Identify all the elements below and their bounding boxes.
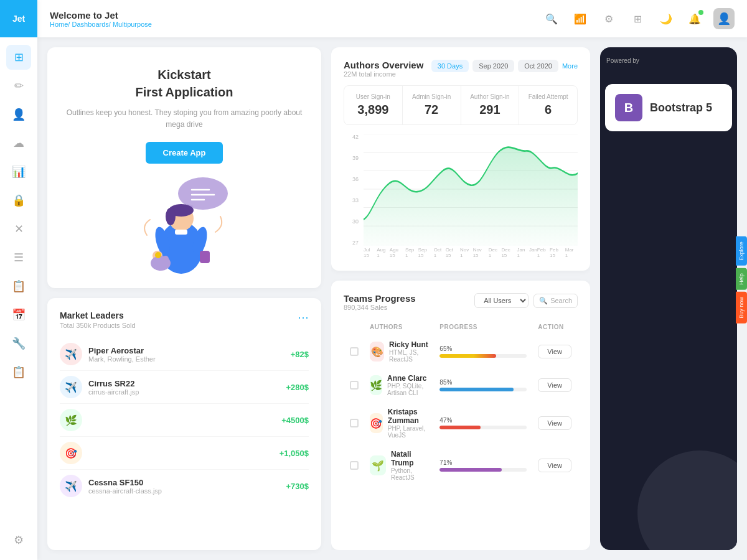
sidebar-item-list[interactable]: 📋: [6, 360, 31, 385]
market-item: ✈️ Cirrus SR22 cirrus-aircraft.jsp +280$: [60, 371, 309, 404]
moon-icon[interactable]: 🌙: [656, 9, 676, 29]
progress-wrap: 47%: [439, 417, 527, 429]
view-button[interactable]: View: [538, 345, 571, 358]
create-app-button[interactable]: Create App: [146, 142, 223, 164]
row-checkbox[interactable]: [350, 461, 359, 470]
row-checkbox-cell: [345, 335, 364, 368]
cirrus-info: Cirrus SR22 cirrus-aircraft.jsp: [88, 379, 286, 396]
y-label-27: 27: [344, 240, 361, 246]
author-cell: 🌱 Natali Trump Python, ReactJS: [365, 445, 433, 486]
author-info: 🎯 Kristaps Zumman PHP, Laravel, VueJS: [370, 408, 428, 439]
cirrus-sub: cirrus-aircraft.jsp: [88, 388, 286, 396]
search-icon[interactable]: 🔍: [542, 9, 561, 29]
tab-30days[interactable]: 30 Days: [431, 60, 469, 72]
x-label: Sep 1: [405, 247, 418, 258]
settings-icon[interactable]: ⚙: [599, 9, 619, 29]
market-item: ✈️ Piper Aerostar Mark, Rowling, Esther …: [60, 338, 309, 371]
avatar[interactable]: 👤: [713, 8, 735, 29]
notification-icon[interactable]: 🔔: [685, 9, 705, 29]
row-checkbox[interactable]: [350, 381, 359, 390]
cessna-info: Cessna SF150 cessna-aircraft-class.jsp: [88, 478, 286, 495]
filter-select[interactable]: All Users: [474, 293, 529, 308]
sidebar-item-chart[interactable]: 📊: [6, 159, 31, 184]
authors-overview-header: Authors Overview 22M total income 30 Day…: [344, 60, 578, 78]
x-label: Feb 15: [550, 247, 565, 258]
tab-sep2020[interactable]: Sep 2020: [472, 60, 514, 72]
view-button[interactable]: View: [538, 416, 571, 430]
grid-icon[interactable]: ⊞: [627, 9, 647, 29]
tab-oct2020[interactable]: Oct 2020: [518, 60, 558, 72]
y-label-39: 39: [344, 155, 361, 161]
tab-group: 30 Days Sep 2020 Oct 2020 More: [431, 60, 578, 72]
row-checkbox[interactable]: [350, 347, 359, 356]
row-checkbox-cell: [345, 445, 364, 486]
sidebar-item-lock[interactable]: 🔒: [6, 188, 31, 213]
teams-table: AUTHORS PROGRESS ACTION 🎨: [344, 319, 578, 487]
line-chart-svg: [364, 134, 578, 246]
svg-rect-14: [200, 251, 210, 263]
authors-title: Authors Overview: [344, 60, 423, 70]
x-label: Feb 1: [537, 247, 550, 258]
author-info: 🎨 Ricky Hunt HTML, JS, ReactJS: [370, 340, 428, 363]
breadcrumb: Home/ Dashboards/ Multipurpose: [50, 21, 152, 28]
svg-point-17: [155, 252, 161, 258]
breadcrumb-home[interactable]: Home/: [50, 21, 70, 28]
progress-bar-bg: [439, 426, 527, 429]
sidebar-item-edit[interactable]: ✏: [6, 73, 31, 98]
author-avatar: 🌿: [370, 375, 382, 395]
item3-logo: 🌿: [60, 409, 82, 431]
sidebar-logo[interactable]: Jet: [0, 0, 37, 37]
help-label[interactable]: Help: [736, 268, 737, 290]
header-left: Welcome to Jet Home/ Dashboards/ Multipu…: [50, 10, 152, 28]
view-button[interactable]: View: [538, 459, 571, 472]
progress-bar-fill: [439, 426, 481, 429]
sidebar: Jet ⊞ ✏ 👤 ☁ 📊 🔒 ✕ ☰ 📋 📅 🔧 📋 ⚙: [0, 0, 37, 560]
progress-bar-bg: [439, 388, 527, 391]
breadcrumb-dashboards[interactable]: Dashboards/: [72, 21, 110, 28]
tab-more[interactable]: More: [562, 62, 578, 70]
author-info: 🌿 Anne Clarc PHP, SQLite, Artisan CLI: [370, 374, 428, 396]
view-button[interactable]: View: [538, 378, 571, 392]
y-label-36: 36: [344, 176, 361, 182]
teams-title: Teams Progress: [344, 293, 416, 304]
author-avatar: 🎯: [370, 413, 383, 433]
progress-wrap: 85%: [439, 379, 527, 391]
sidebar-item-dashboard[interactable]: ⊞: [6, 45, 31, 70]
author-details: Natali Trump Python, ReactJS: [391, 450, 428, 481]
progress-bar-bg: [439, 468, 527, 472]
x-label: Agu 15: [390, 247, 405, 258]
sidebar-item-cloud[interactable]: ☁: [6, 131, 31, 156]
sidebar-item-tools[interactable]: 🔧: [6, 331, 31, 356]
market-leaders-title: Market Leaders: [60, 310, 136, 320]
teams-controls: All Users 🔍 Search: [474, 293, 578, 308]
author-skills: HTML, JS, ReactJS: [389, 349, 428, 363]
explore-label[interactable]: Explore: [736, 236, 737, 266]
sidebar-item-close[interactable]: ✕: [6, 217, 31, 241]
action-cell: View: [533, 403, 576, 444]
x-label: Mar 1: [565, 247, 578, 258]
piper-logo: ✈️: [60, 343, 82, 365]
settings-icon[interactable]: ⚙: [6, 528, 31, 553]
row-checkbox-cell: [345, 369, 364, 401]
sidebar-bottom: ⚙: [6, 528, 31, 560]
sidebar-item-user[interactable]: 👤: [6, 102, 31, 127]
action-cell: View: [533, 369, 576, 401]
row-checkbox[interactable]: [350, 419, 359, 427]
bar-chart-icon[interactable]: 📶: [570, 9, 590, 29]
kickstart-illustration: [62, 176, 306, 276]
progress-wrap: 71%: [439, 459, 527, 472]
sidebar-item-calendar[interactable]: 📅: [6, 302, 31, 327]
x-label: Nov 1: [460, 247, 473, 258]
market-more-icon[interactable]: ⋯: [298, 310, 309, 324]
buy-now-label[interactable]: Buy now: [736, 292, 737, 324]
sidebar-item-clipboard[interactable]: 📋: [6, 274, 31, 299]
progress-pct: 85%: [439, 379, 527, 386]
search-box[interactable]: 🔍 Search: [533, 294, 578, 308]
y-label-30: 30: [344, 218, 361, 225]
stat-admin-signin-value: 72: [410, 103, 453, 117]
author-cell: 🎯 Kristaps Zumman PHP, Laravel, VueJS: [365, 403, 433, 444]
market-leaders-title-group: Market Leaders Total 350k Products Sold: [60, 310, 136, 329]
sidebar-item-menu[interactable]: ☰: [6, 245, 31, 270]
author-name: Ricky Hunt: [389, 340, 428, 349]
author-name: Kristaps Zumman: [388, 408, 429, 425]
